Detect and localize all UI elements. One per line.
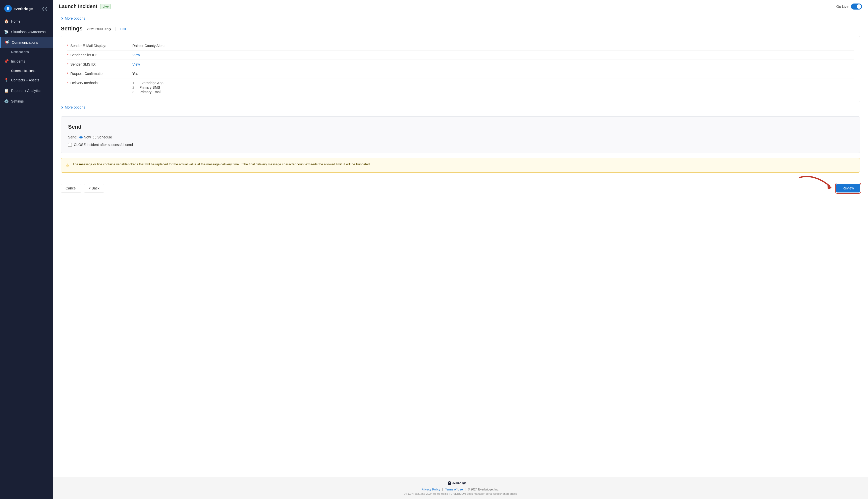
back-button[interactable]: < Back xyxy=(84,184,104,193)
more-options-top[interactable]: ❯ More options xyxy=(61,13,860,23)
page-content: ❯ More options Settings View: Read-only … xyxy=(53,13,868,477)
required-marker: * xyxy=(67,81,68,85)
collapse-button[interactable]: ❮❮ xyxy=(41,5,49,12)
send-options-row: Send: Now Schedule xyxy=(68,135,853,139)
sidebar: E everbridge ❮❮ 🏠 Home 📡 Situational Awa… xyxy=(0,0,53,499)
contacts-icon: 📍 xyxy=(4,78,9,82)
copyright-text: © 2024 Everbridge, Inc. xyxy=(468,488,499,491)
info-icon: ℹ xyxy=(467,492,468,495)
delivery-item-2: 2 Primary SMS xyxy=(132,85,854,89)
caller-id-view-link[interactable]: View xyxy=(132,53,140,57)
footer-links: Privacy Policy | Terms of Use | © 2024 E… xyxy=(57,488,864,491)
required-marker: * xyxy=(67,44,68,48)
delivery-item-3: 3 Primary Email xyxy=(132,90,854,94)
page-title: Launch Incident xyxy=(59,3,97,9)
situational-awareness-icon: 📡 xyxy=(4,30,9,34)
send-schedule-radio[interactable] xyxy=(93,136,96,139)
footer-divider-2: | xyxy=(465,488,466,491)
settings-view-label: View: Read-only xyxy=(87,27,111,31)
sms-id-view-link[interactable]: View xyxy=(132,62,140,66)
sidebar-logo-area: E everbridge ❮❮ xyxy=(0,0,53,16)
chevron-right-icon: ❯ xyxy=(61,16,63,20)
delivery-list: 1 Everbridge App 2 Primary SMS 3 Primary… xyxy=(132,81,854,94)
sidebar-item-incidents-communications[interactable]: Communications xyxy=(0,66,53,75)
svg-text:E: E xyxy=(7,7,9,11)
incidents-icon: 📌 xyxy=(4,59,9,63)
cancel-button[interactable]: Cancel xyxy=(61,184,82,193)
more-options-bottom[interactable]: ❯ More options xyxy=(61,102,860,110)
settings-title: Settings xyxy=(61,25,83,32)
sms-id-value: View xyxy=(132,62,854,66)
sidebar-item-communications[interactable]: 📢 Communications xyxy=(0,37,53,48)
sidebar-item-contacts-assets[interactable]: 📍 Contacts + Assets xyxy=(0,75,53,85)
settings-panel: * Sender E-Mail Display: Rainier County … xyxy=(61,36,860,102)
go-live-toggle[interactable] xyxy=(851,3,862,10)
sidebar-item-situational-awareness[interactable]: 📡 Situational Awareness xyxy=(0,27,53,37)
warning-box: ⚠ The message or title contains variable… xyxy=(61,158,860,173)
review-button[interactable]: Review xyxy=(836,184,860,193)
svg-marker-2 xyxy=(827,184,832,190)
settings-row-sms-id: * Sender SMS ID: View xyxy=(67,60,854,69)
topbar-title-area: Launch Incident Live xyxy=(59,3,111,9)
settings-row-confirmation: * Request Confirmation: Yes xyxy=(67,69,854,78)
sidebar-item-incidents[interactable]: 📌 Incidents xyxy=(0,56,53,66)
settings-icon: ⚙️ xyxy=(4,99,9,104)
send-now-radio[interactable] xyxy=(79,136,83,139)
topbar: Launch Incident Live Go Live xyxy=(53,0,868,13)
logo: E everbridge xyxy=(4,4,33,13)
warning-icon: ⚠ xyxy=(65,162,70,169)
sender-email-value: Rainier County Alerts xyxy=(132,44,854,48)
send-title: Send xyxy=(68,124,853,130)
close-incident-option[interactable]: CLOSE incident after successful send xyxy=(68,143,853,147)
divider: | xyxy=(115,26,116,31)
communications-icon: 📢 xyxy=(5,40,9,45)
chevron-right-icon-2: ❯ xyxy=(61,106,63,109)
actions-bar: Cancel < Back Review xyxy=(61,179,860,194)
reports-icon: 📋 xyxy=(4,88,9,93)
confirmation-value: Yes xyxy=(132,72,854,76)
svg-text:E: E xyxy=(449,482,450,484)
caller-id-value: View xyxy=(132,53,854,57)
settings-row-caller-id: * Sender caller ID: View xyxy=(67,50,854,60)
red-arrow-annotation xyxy=(795,172,840,193)
go-live-label: Go Live xyxy=(836,4,848,9)
sidebar-item-reports-analytics[interactable]: 📋 Reports + Analytics xyxy=(0,85,53,96)
send-section: Send Send: Now Schedule CLOSE incident a… xyxy=(61,116,860,153)
sidebar-item-notifications[interactable]: Notifications xyxy=(0,48,53,56)
required-marker: * xyxy=(67,62,68,66)
footer-version: 24.1.0.4-ca31a5d-2024-03-06-06:56 FE-VER… xyxy=(57,492,864,496)
close-incident-checkbox[interactable] xyxy=(68,143,72,147)
send-now-option[interactable]: Now xyxy=(79,135,91,139)
required-marker: * xyxy=(67,53,68,57)
edit-link[interactable]: Edit xyxy=(120,27,126,31)
settings-row-sender-email: * Sender E-Mail Display: Rainier County … xyxy=(67,41,854,50)
terms-of-use-link[interactable]: Terms of Use xyxy=(445,488,463,491)
sidebar-item-settings[interactable]: ⚙️ Settings xyxy=(0,96,53,107)
delivery-methods-value: 1 Everbridge App 2 Primary SMS 3 Primary… xyxy=(132,81,854,95)
settings-row-delivery-methods: * Delivery methods: 1 Everbridge App 2 P… xyxy=(67,78,854,97)
home-icon: 🏠 xyxy=(4,19,9,24)
actions-left: Cancel < Back xyxy=(61,184,104,193)
live-badge: Live xyxy=(100,4,111,9)
send-label: Send: xyxy=(68,135,77,139)
required-marker: * xyxy=(67,72,68,76)
privacy-policy-link[interactable]: Privacy Policy xyxy=(421,488,440,491)
main-area: Launch Incident Live Go Live ❯ More opti… xyxy=(53,0,868,499)
send-schedule-option[interactable]: Schedule xyxy=(93,135,112,139)
footer-logo: E everbridge xyxy=(57,480,864,487)
delivery-item-1: 1 Everbridge App xyxy=(132,81,854,85)
footer: E everbridge Privacy Policy | Terms of U… xyxy=(53,477,868,499)
footer-divider: | xyxy=(442,488,443,491)
svg-text:everbridge: everbridge xyxy=(452,482,466,484)
go-live-area: Go Live xyxy=(836,3,862,10)
settings-header: Settings View: Read-only | Edit xyxy=(61,25,860,32)
sidebar-item-home[interactable]: 🏠 Home xyxy=(0,16,53,27)
